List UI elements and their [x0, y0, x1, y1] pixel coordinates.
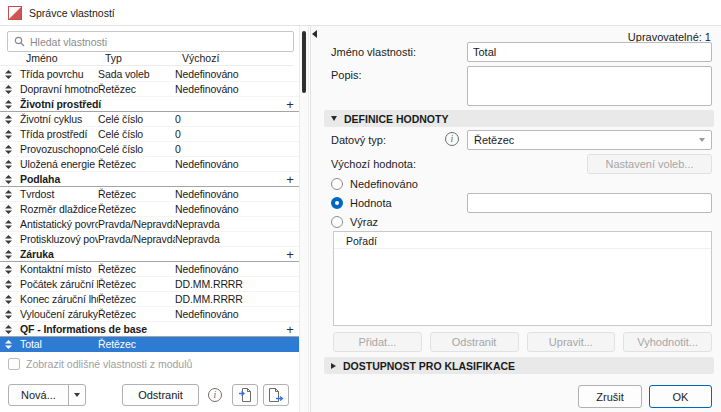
add-property-icon[interactable]: +	[280, 323, 300, 336]
property-row[interactable]: TotalŘetězec	[0, 337, 300, 352]
radio-hodnota[interactable]: Hodnota	[331, 197, 418, 209]
cell-name: Záruka	[20, 248, 280, 260]
list-scrollbar[interactable]	[299, 26, 309, 412]
search-input[interactable]	[30, 33, 293, 50]
column-header-default[interactable]: Výchozí	[182, 52, 219, 64]
property-row[interactable]: Třída povrchuSada volebNedefinováno	[0, 67, 300, 82]
property-row[interactable]: Rozměr dlaždiceŘetězecNedefinováno	[0, 202, 300, 217]
add-property-icon[interactable]: +	[280, 173, 300, 186]
property-group-row[interactable]: Podlaha+	[0, 172, 300, 187]
radio-icon[interactable]	[331, 197, 343, 209]
availability-section-header[interactable]: DOSTUPNOST PRO KLASIFIKACE	[324, 357, 714, 374]
search-box[interactable]	[7, 31, 294, 52]
move-handle[interactable]	[0, 70, 20, 79]
export-properties-button[interactable]	[263, 384, 289, 406]
definition-section-header[interactable]: DEFINICE HODNOTY	[324, 110, 714, 127]
reorder-handle-icon	[5, 280, 12, 289]
move-handle[interactable]	[0, 250, 20, 259]
option-settings-button[interactable]: Nastavení voleb...	[587, 154, 712, 174]
value-action-button[interactable]: Upravit...	[527, 332, 616, 352]
default-value-input[interactable]	[467, 193, 712, 213]
add-property-icon[interactable]: +	[280, 248, 300, 261]
data-type-dropdown[interactable]: Řetězec	[467, 130, 712, 150]
radio-icon[interactable]	[331, 216, 343, 228]
property-row[interactable]: Třída prostředíCelé číslo0	[0, 127, 300, 142]
cell-name: Total	[20, 338, 98, 350]
move-handle[interactable]	[0, 190, 20, 199]
new-button[interactable]: Nová...	[8, 384, 69, 406]
cancel-button[interactable]: Zrušit	[578, 385, 642, 408]
import-document-icon	[238, 387, 253, 403]
checkbox-icon[interactable]	[8, 358, 20, 370]
cell-default: Nedefinováno	[175, 188, 300, 200]
cell-name: Konec záruční lhůty	[20, 293, 98, 305]
property-group-row[interactable]: QF - Informations de base+	[0, 322, 300, 337]
property-row[interactable]: Antistatický povrchPravda/NepravdaNeprav…	[0, 217, 300, 232]
cell-name: Rozměr dlaždice	[20, 203, 98, 215]
property-group-row[interactable]: Záruka+	[0, 247, 300, 262]
property-row[interactable]: ProvozuschopnostCelé číslo0	[0, 142, 300, 157]
move-handle[interactable]	[0, 280, 20, 289]
scrollbar-thumb[interactable]	[302, 31, 306, 93]
move-handle[interactable]	[0, 310, 20, 319]
radio-výraz[interactable]: Výraz	[331, 216, 418, 228]
property-row[interactable]: Životní cyklusCelé číslo0	[0, 112, 300, 127]
move-handle[interactable]	[0, 340, 20, 349]
import-properties-button[interactable]	[232, 384, 258, 406]
cell-type: Celé číslo	[98, 113, 175, 125]
radio-icon[interactable]	[331, 178, 343, 190]
column-header-name[interactable]: Jméno	[26, 52, 58, 64]
move-handle[interactable]	[0, 145, 20, 154]
new-dropdown-button[interactable]	[68, 384, 86, 406]
move-handle[interactable]	[0, 295, 20, 304]
property-row[interactable]: Konec záruční lhůtyŘetězecDD.MM.RRRR	[0, 292, 300, 307]
delete-button[interactable]: Odstranit	[122, 384, 199, 406]
value-action-button[interactable]: Přidat...	[333, 332, 422, 352]
value-action-button[interactable]: Odstranit	[430, 332, 519, 352]
add-property-icon[interactable]: +	[280, 98, 300, 111]
move-handle[interactable]	[0, 235, 20, 244]
collapse-panel-icon[interactable]	[312, 30, 317, 38]
move-handle[interactable]	[0, 115, 20, 124]
move-handle[interactable]	[0, 205, 20, 214]
cell-default: Nedefinováno	[175, 83, 300, 95]
ok-button[interactable]: OK	[649, 385, 712, 408]
cell-type: Celé číslo	[98, 128, 175, 140]
property-row[interactable]: TvrdostŘetězecNedefinováno	[0, 187, 300, 202]
property-group-row[interactable]: Životní prostředí+	[0, 97, 300, 112]
property-name-input[interactable]	[467, 42, 712, 62]
value-action-button[interactable]: Vyhodnotit...	[623, 332, 712, 352]
radio-nedefinováno[interactable]: Nedefinováno	[331, 178, 418, 190]
reorder-handle-icon	[5, 145, 12, 154]
radio-label: Nedefinováno	[350, 178, 418, 190]
cell-default: Nedefinováno	[175, 158, 300, 170]
move-handle[interactable]	[0, 160, 20, 169]
cell-name: Kontaktní místo	[20, 263, 98, 275]
value-list[interactable]: Pořadí	[333, 231, 712, 326]
cell-type: Sada voleb	[98, 68, 175, 80]
info-icon[interactable]: i	[208, 388, 222, 402]
property-row[interactable]: Vyloučení zárukyŘetězecNedefinováno	[0, 307, 300, 322]
property-row[interactable]: Dopravní hmotnostŘetězecNedefinováno	[0, 82, 300, 97]
move-handle[interactable]	[0, 100, 20, 109]
data-type-info-icon[interactable]: i	[445, 132, 459, 146]
column-header-type[interactable]: Typ	[105, 52, 122, 64]
radio-label: Hodnota	[350, 197, 392, 209]
move-handle[interactable]	[0, 325, 20, 334]
reorder-handle-icon	[5, 175, 12, 184]
show-module-properties-checkbox[interactable]: Zobrazit odlišné vlastnosti z modulů	[8, 358, 192, 370]
description-input[interactable]	[467, 66, 712, 106]
property-row[interactable]: Protiskluzový povr...Pravda/NepravdaNepr…	[0, 232, 300, 247]
property-row[interactable]: Uložená energieŘetězecNedefinováno	[0, 157, 300, 172]
property-row[interactable]: Počátek záruční lh...ŘetězecDD.MM.RRRR	[0, 277, 300, 292]
move-handle[interactable]	[0, 175, 20, 184]
reorder-handle-icon	[5, 160, 12, 169]
reorder-handle-icon	[5, 295, 12, 304]
property-row[interactable]: Kontaktní místoŘetězecNedefinováno	[0, 262, 300, 277]
cell-type: Řetězec	[98, 188, 175, 200]
move-handle[interactable]	[0, 85, 20, 94]
cell-type: Celé číslo	[98, 143, 175, 155]
move-handle[interactable]	[0, 220, 20, 229]
move-handle[interactable]	[0, 130, 20, 139]
move-handle[interactable]	[0, 265, 20, 274]
